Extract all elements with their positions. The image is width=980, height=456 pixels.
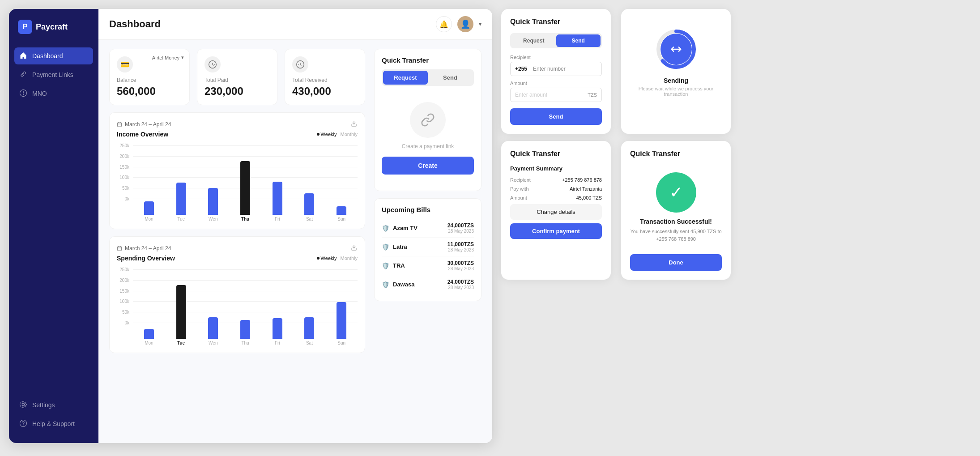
- bar-group: [165, 183, 197, 215]
- summary-pay-with-val: Airtel Tanzania: [570, 186, 602, 192]
- bar-label-thu: Thu: [229, 217, 261, 222]
- bar-sun: [337, 206, 346, 215]
- bar-group: [165, 285, 197, 339]
- panels-grid: Quick Transfer Request Send Recipient +2…: [501, 9, 734, 280]
- sidebar-item-settings-label: Settings: [32, 401, 55, 409]
- sidebar-item-dashboard[interactable]: Dashboard: [14, 47, 93, 64]
- balance-card: Airtel Money ▾ 💳 Balance 560,000: [109, 49, 190, 105]
- transfer-tab-send[interactable]: Send: [428, 71, 473, 85]
- spending-bar-sat: [304, 317, 314, 339]
- left-panel: Airtel Money ▾ 💳 Balance 560,000 Total: [109, 49, 365, 353]
- total-received-card: Total Received 430,000: [285, 49, 365, 105]
- sidebar-item-payment-links[interactable]: Payment Links: [14, 66, 93, 83]
- spending-bar-thu: [240, 320, 250, 339]
- qt1-tab-request[interactable]: Request: [511, 34, 556, 47]
- summary-recipient-row: Recipient +255 789 876 878: [510, 177, 602, 183]
- bill-azam-right: 24,000TZS 28 May 2023: [447, 222, 474, 234]
- bill-tra-name: TRA: [393, 262, 405, 269]
- spending-bar-labels: MonTueWenThuFriSatSun: [133, 341, 358, 345]
- total-paid-label: Total Paid: [205, 77, 270, 83]
- header: Dashboard 🔔 👤 ▾: [98, 9, 492, 40]
- done-button[interactable]: Done: [630, 254, 722, 271]
- bar-mon: [144, 201, 154, 215]
- bar-label-mon: Mon: [133, 217, 165, 222]
- spending-bar-chart: 250k 200k 150k 100k 50k 0k: [117, 267, 358, 339]
- balance-icon: 💳: [117, 56, 133, 72]
- payment-link-text: Create a payment link: [402, 143, 454, 149]
- qt1-tab-send[interactable]: Send: [556, 34, 601, 47]
- panel-qt1: Quick Transfer Request Send Recipient +2…: [501, 9, 611, 134]
- income-chart-toggle: Weekly Monthly: [317, 132, 358, 137]
- spending-bar-label-thu: Thu: [229, 341, 261, 345]
- bar-tue: [176, 183, 186, 215]
- bill-item-dawasa: 🛡️ Dawasa 24,000TZS 28 May 2023: [382, 275, 474, 294]
- avatar[interactable]: 👤: [457, 16, 473, 32]
- income-weekly-toggle[interactable]: Weekly: [317, 132, 337, 137]
- spending-chart-header: March 24 – April 24: [117, 244, 358, 253]
- bar-group: [261, 182, 294, 215]
- chevron-down-icon[interactable]: ▾: [479, 21, 481, 27]
- recipient-field[interactable]: +255 Enter number: [510, 62, 602, 76]
- bar-group: [294, 193, 326, 215]
- sidebar-item-settings[interactable]: Settings: [14, 396, 93, 413]
- svg-rect-2: [118, 123, 122, 127]
- chevron-airtel-icon[interactable]: ▾: [181, 55, 184, 60]
- amount-field[interactable]: Enter amount TZS: [510, 88, 602, 102]
- bar-sat: [304, 193, 314, 215]
- panel-sending: Sending Please wait while we process you…: [621, 9, 731, 134]
- app-window: P Paycraft Dashboard Payment Links: [9, 9, 492, 443]
- sidebar-logo: P Paycraft: [9, 20, 98, 47]
- create-button[interactable]: Create: [382, 157, 474, 175]
- income-chart-section: March 24 – April 24 Income Overview: [109, 112, 365, 229]
- bill-dawasa-icon: 🛡️: [382, 281, 389, 288]
- spending-bars-container: [133, 283, 358, 339]
- sending-title: Sending: [664, 77, 688, 84]
- main-content: Dashboard 🔔 👤 ▾ Airtel Money: [98, 9, 492, 443]
- bill-azam-name: Azam TV: [393, 225, 418, 231]
- summary-amount-row: Amount 45,000 TZS: [510, 195, 602, 200]
- notification-bell-button[interactable]: 🔔: [436, 16, 452, 32]
- spending-monthly-toggle[interactable]: Monthly: [340, 256, 358, 261]
- help-icon: [20, 420, 28, 428]
- bill-latra-left: 🛡️ Latra: [382, 243, 407, 251]
- sidebar-item-mno-label: MNO: [32, 90, 47, 97]
- bill-item-latra: 🛡️ Latra 11,000TZS 28 May 2023: [382, 238, 474, 256]
- bar-group: [229, 320, 261, 339]
- change-details-button[interactable]: Change details: [510, 204, 602, 220]
- income-chart-export-icon[interactable]: [350, 120, 358, 129]
- bar-label-fri: Fri: [261, 217, 294, 222]
- logo-text: Paycraft: [36, 22, 68, 32]
- spending-bar-label-fri: Fri: [261, 341, 294, 345]
- sending-subtitle: Please wait while we process your transa…: [630, 86, 722, 97]
- bar-group: [133, 329, 165, 339]
- panel-summary-title: Quick Transfer: [510, 150, 602, 158]
- bill-azam-left: 🛡️ Azam TV: [382, 225, 418, 232]
- logo-icon: P: [18, 20, 32, 34]
- bar-group: [325, 206, 358, 215]
- income-monthly-toggle[interactable]: Monthly: [340, 132, 358, 137]
- spending-chart-title: Spending Overview: [117, 255, 175, 262]
- spending-weekly-toggle[interactable]: Weekly: [317, 256, 337, 261]
- sidebar-item-help[interactable]: Help & Support: [14, 415, 93, 432]
- bar-label-sun: Sun: [325, 217, 358, 222]
- page-title: Dashboard: [109, 18, 161, 30]
- quick-transfer-title: Quick Transfer: [382, 56, 474, 64]
- transfer-tab-request[interactable]: Request: [383, 71, 428, 85]
- link-icon: [410, 102, 446, 138]
- success-circle: ✓ Transaction Successful! You have succe…: [630, 165, 722, 254]
- spending-bar-label-mon: Mon: [133, 341, 165, 345]
- spending-chart-export-icon[interactable]: [350, 244, 358, 253]
- bar-fri: [273, 182, 282, 215]
- spending-bar-tue: [176, 285, 186, 339]
- total-paid-icon: [205, 56, 221, 72]
- balance-value: 560,000: [117, 85, 182, 98]
- bill-azam-amount: 24,000TZS: [447, 222, 474, 229]
- qt1-send-button[interactable]: Send: [510, 108, 602, 125]
- sidebar-item-mno[interactable]: MNO: [14, 85, 93, 102]
- confirm-payment-button[interactable]: Confirm payment: [510, 223, 602, 239]
- sidebar-item-dashboard-label: Dashboard: [32, 52, 63, 60]
- spending-chart-date: March 24 – April 24: [117, 245, 171, 251]
- spending-bar-label-sat: Sat: [294, 341, 326, 345]
- bar-label-wen: Wen: [197, 217, 229, 222]
- bar-group: [133, 201, 165, 215]
